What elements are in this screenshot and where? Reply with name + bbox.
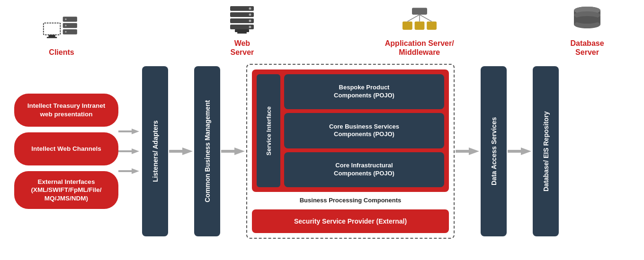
svg-marker-43 xyxy=(469,147,479,155)
svg-point-8 xyxy=(65,31,67,33)
svg-rect-18 xyxy=(237,32,247,34)
service-interface-box: Service Interface xyxy=(257,74,280,187)
biz-to-dataaccess-arrow xyxy=(455,142,481,161)
dashed-section: Service Interface Bespoke ProductCompone… xyxy=(246,64,455,239)
svg-point-13 xyxy=(249,7,251,9)
arrow-3 xyxy=(118,164,142,178)
listeners-to-commonbiz-arrow xyxy=(168,142,194,161)
svg-marker-33 xyxy=(132,129,139,134)
svg-point-4 xyxy=(65,18,67,20)
clients-icon xyxy=(43,13,80,46)
web-server-icon-group: Web Server xyxy=(223,4,261,57)
svg-point-31 xyxy=(574,16,600,24)
app-server-icon xyxy=(401,4,438,37)
db-server-icon xyxy=(568,4,606,37)
svg-rect-2 xyxy=(47,37,57,38)
pojo-boxes: Bespoke ProductComponents (POJO) Core Bu… xyxy=(284,74,444,187)
architecture-diagram: Clients Web Server xyxy=(0,0,644,260)
svg-marker-45 xyxy=(521,147,531,155)
intellect-web-box: Intellect Web Channels xyxy=(14,132,118,165)
client-boxes: Intellect Treasury Intranet web presenta… xyxy=(14,94,118,209)
dataaccess-to-db-arrow xyxy=(507,142,533,161)
intellect-treasury-box: Intellect Treasury Intranet web presenta… xyxy=(14,94,118,127)
common-biz-box: Common Business Management xyxy=(194,66,220,236)
bespoke-pojo-box: Bespoke ProductComponents (POJO) xyxy=(284,74,444,109)
svg-line-23 xyxy=(407,15,420,21)
svg-rect-20 xyxy=(402,21,412,30)
svg-point-16 xyxy=(249,26,251,28)
svg-marker-41 xyxy=(234,147,245,155)
app-server-label: Application Server/Middleware xyxy=(385,39,454,57)
svg-rect-0 xyxy=(44,23,61,35)
svg-marker-35 xyxy=(132,148,139,154)
svg-point-15 xyxy=(249,19,251,22)
svg-rect-17 xyxy=(235,29,249,32)
svg-rect-1 xyxy=(48,35,55,36)
client-to-listeners-arrows xyxy=(118,66,142,236)
svg-point-6 xyxy=(65,25,67,26)
arrow-2 xyxy=(118,144,142,158)
svg-rect-22 xyxy=(427,21,437,30)
top-icons-row: Clients Web Server xyxy=(9,5,635,57)
core-biz-pojo-box: Core Business ServicesComponents (POJO) xyxy=(284,113,444,148)
biz-processing-label: Business Processing Components xyxy=(252,196,449,206)
listeners-box: Listeners/ Adapters xyxy=(142,66,168,236)
svg-point-14 xyxy=(249,13,251,16)
main-content: Intellect Treasury Intranet web presenta… xyxy=(9,57,635,246)
security-box: Security Service Provider (External) xyxy=(252,209,449,233)
svg-marker-39 xyxy=(182,147,193,155)
app-server-icon-group: Application Server/Middleware xyxy=(385,4,454,57)
commonbiz-to-biz-arrow xyxy=(220,142,246,161)
svg-marker-37 xyxy=(132,168,139,174)
svg-rect-21 xyxy=(414,21,424,30)
db-server-label: DatabaseServer xyxy=(570,39,604,57)
svg-line-25 xyxy=(420,15,432,21)
clients-icon-group: Clients xyxy=(43,13,80,57)
core-infra-pojo-box: Core InfrastructuralComponents (POJO) xyxy=(284,152,444,187)
data-access-box: Data Access Services xyxy=(481,66,507,236)
svg-rect-19 xyxy=(412,8,427,14)
db-eis-box: Database/ EIS Repository xyxy=(533,66,559,236)
business-processing-area: Service Interface Bespoke ProductCompone… xyxy=(252,69,449,192)
web-server-icon xyxy=(223,4,261,37)
external-interfaces-box: External Interfaces(XML/SWIFT/FpML/File/… xyxy=(14,171,118,209)
db-server-icon-group: DatabaseServer xyxy=(568,4,606,57)
web-server-label: Web Server xyxy=(230,39,254,57)
arrow-1 xyxy=(118,124,142,139)
clients-label: Clients xyxy=(49,48,74,57)
